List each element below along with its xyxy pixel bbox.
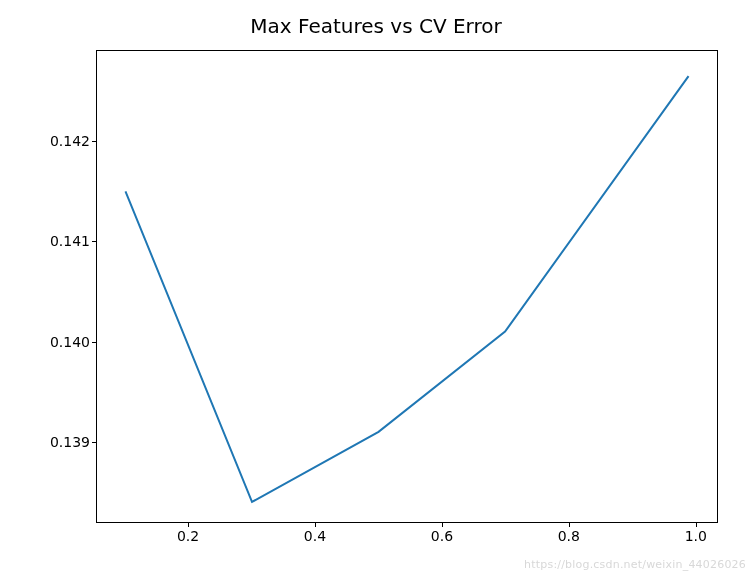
data-series-line bbox=[125, 76, 688, 502]
y-tick-mark bbox=[92, 442, 96, 443]
x-tick-mark bbox=[696, 523, 697, 527]
line-plot bbox=[97, 51, 717, 522]
plot-area bbox=[96, 50, 718, 523]
chart-container: Max Features vs CV Error 0.1390.1400.141… bbox=[0, 0, 752, 573]
x-tick-mark bbox=[569, 523, 570, 527]
x-tick-label: 0.8 bbox=[558, 528, 580, 544]
x-tick-label: 1.0 bbox=[685, 528, 707, 544]
y-tick-label: 0.140 bbox=[50, 334, 90, 350]
chart-title: Max Features vs CV Error bbox=[0, 14, 752, 38]
y-tick-label: 0.141 bbox=[50, 233, 90, 249]
y-tick-label: 0.139 bbox=[50, 434, 90, 450]
y-tick-mark bbox=[92, 342, 96, 343]
x-tick-label: 0.4 bbox=[304, 528, 326, 544]
x-tick-label: 0.2 bbox=[177, 528, 199, 544]
watermark-text: https://blog.csdn.net/weixin_44026026 bbox=[524, 558, 746, 571]
x-tick-label: 0.6 bbox=[431, 528, 453, 544]
y-tick-mark bbox=[92, 241, 96, 242]
y-tick-label: 0.142 bbox=[50, 133, 90, 149]
x-tick-mark bbox=[315, 523, 316, 527]
x-tick-mark bbox=[188, 523, 189, 527]
x-tick-mark bbox=[442, 523, 443, 527]
y-tick-mark bbox=[92, 141, 96, 142]
